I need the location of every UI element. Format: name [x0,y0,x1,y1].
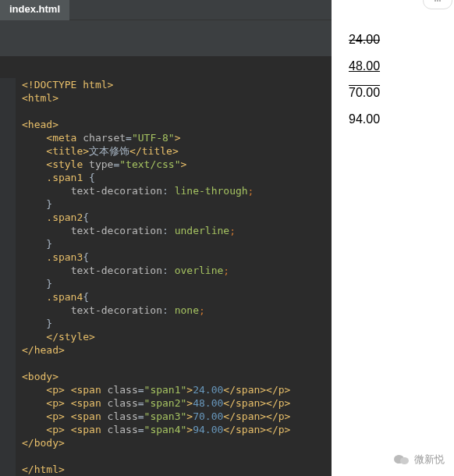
tab-filler [0,20,332,56]
tab-index-html[interactable]: index.html [0,0,69,20]
watermark-text: 微新悦 [414,453,445,467]
preview-line-3: 70.00 [349,86,454,100]
preview-pane: 24.00 48.00 70.00 94.00 [332,0,454,476]
preview-span3: 70.00 [349,86,380,99]
line-gutter [0,78,16,476]
preview-span4: 94.00 [349,112,380,126]
tab-bar: index.html [0,0,332,20]
wechat-icon [394,453,410,466]
watermark: 微新悦 [394,453,445,467]
editor-pane: index.html <!DOCTYPE html> <html> <head>… [0,0,332,476]
code-area[interactable]: <!DOCTYPE html> <html> <head> <meta char… [0,56,332,476]
tab-label: index.html [9,3,60,15]
code-content[interactable]: <!DOCTYPE html> <html> <head> <meta char… [16,78,332,476]
preview-line-2: 48.00 [349,59,454,73]
doctype: <!DOCTYPE html> [22,79,113,91]
preview-line-4: 94.00 [349,112,454,126]
preview-span2: 48.00 [349,59,380,73]
preview-line-1: 24.00 [349,33,454,47]
top-widget[interactable] [423,0,452,9]
preview-span1: 24.00 [349,33,380,46]
